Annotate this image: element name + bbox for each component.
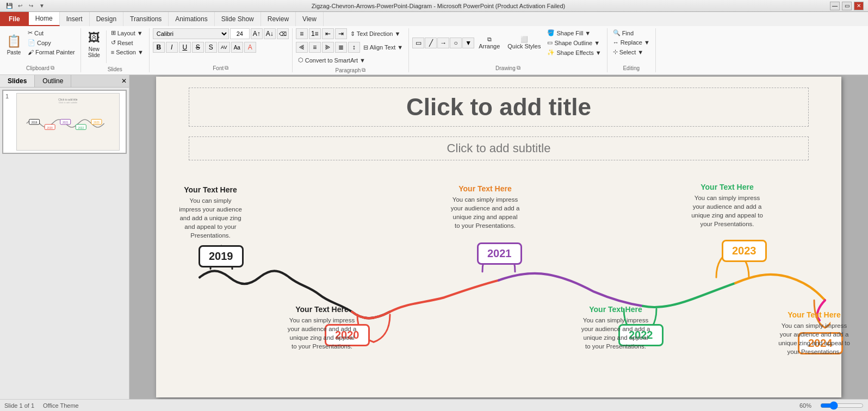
align-text-button[interactable]: ⊟ Align Text ▼ xyxy=(361,43,405,52)
slide-info: Slide 1 of 1 xyxy=(4,402,34,409)
drawing-expand-icon[interactable]: ⧉ xyxy=(517,65,520,71)
paragraph-group: ≡ 1≡ ⇤ ⇥ ⇕ Text Direction ▼ ⫷ ≡ ⫸ ≣ ↕ ⊟ … xyxy=(293,28,409,72)
font-spacing-button[interactable]: AV xyxy=(218,42,230,53)
shape-fill-button[interactable]: 🪣 Shape Fill ▼ xyxy=(545,28,603,38)
save-button[interactable]: 💾 xyxy=(4,1,14,11)
menu-design[interactable]: Design xyxy=(90,12,123,26)
more-shapes[interactable]: ▼ xyxy=(462,38,474,48)
customize-button[interactable]: ▼ xyxy=(37,1,47,11)
underline-button[interactable]: U xyxy=(179,42,191,53)
slides-content: 🖼 New Slide ⊞ Layout ▼ ↺ Reset ≡ Section… xyxy=(84,28,146,65)
text-direction-button[interactable]: ⇕ Text Direction ▼ xyxy=(348,29,403,39)
slide-thumbnail-1: Click to add title Click to add subtitle… xyxy=(16,93,120,151)
new-slide-label: New Slide xyxy=(88,46,100,58)
close-button[interactable]: ✕ xyxy=(854,2,864,10)
quick-styles-label: Quick Styles xyxy=(507,43,541,49)
section-button[interactable]: ≡ Section ▼ xyxy=(109,48,146,57)
redo-button[interactable]: ↪ xyxy=(26,1,36,11)
oval-shape[interactable]: ○ xyxy=(450,38,462,48)
select-icon: ⊹ xyxy=(613,48,618,55)
paste-icon: 📋 xyxy=(7,34,21,48)
reset-button[interactable]: ↺ Reset xyxy=(109,38,146,47)
cut-button[interactable]: ✂ Cut xyxy=(26,28,77,38)
slides-tab[interactable]: Slides xyxy=(0,75,35,87)
align-center-button[interactable]: ≡ xyxy=(309,42,321,53)
paste-button[interactable]: 📋 Paste xyxy=(3,28,24,61)
numbered-list-button[interactable]: 1≡ xyxy=(309,28,321,39)
align-left-button[interactable]: ⫷ xyxy=(296,42,308,53)
quick-access-toolbar[interactable]: 💾 ↩ ↪ ▼ xyxy=(4,1,47,11)
menu-animations[interactable]: Animations xyxy=(169,12,214,26)
replace-button[interactable]: ↔ Replace ▼ xyxy=(611,38,652,47)
main-area: Click to add title Click to add subtitle xyxy=(129,75,868,399)
decrease-font-button[interactable]: A↓ xyxy=(264,28,276,39)
reset-label: Reset xyxy=(117,40,133,46)
clear-format-button[interactable]: ⌫ xyxy=(277,28,289,39)
rect-shape[interactable]: ▭ xyxy=(412,38,424,48)
undo-button[interactable]: ↩ xyxy=(15,1,25,11)
file-menu[interactable]: File xyxy=(0,12,29,26)
align-right-button[interactable]: ⫸ xyxy=(322,42,334,53)
maximize-button[interactable]: ▭ xyxy=(842,2,852,10)
shadow-button[interactable]: S xyxy=(205,42,217,53)
increase-font-button[interactable]: A↑ xyxy=(251,28,263,39)
arrange-button[interactable]: ⧉ Arrange xyxy=(475,29,503,57)
clipboard-expand-icon[interactable]: ⧉ xyxy=(51,65,54,71)
font-label: Font ⧉ xyxy=(153,64,289,72)
slide-item-1[interactable]: 1 Click to add title Click to add subtit… xyxy=(2,90,127,154)
change-case-button[interactable]: Aa xyxy=(231,42,243,53)
font-family-select[interactable]: Calibri xyxy=(153,28,229,39)
shape-outline-button[interactable]: ▭ Shape Outline ▼ xyxy=(545,38,603,47)
layout-button[interactable]: ⊞ Layout ▼ xyxy=(109,28,146,38)
format-painter-button[interactable]: 🖌 Format Painter xyxy=(26,48,77,57)
line-shape[interactable]: ╱ xyxy=(425,38,437,48)
text-direction-label: Text Direction xyxy=(357,30,393,37)
indent-decrease-button[interactable]: ⇤ xyxy=(322,28,334,39)
select-button[interactable]: ⊹ Select ▼ xyxy=(611,47,652,57)
year-2021[interactable]: 2021 xyxy=(477,242,522,265)
shape-fill-icon: 🪣 xyxy=(547,29,555,36)
font-group: Calibri A↑ A↓ ⌫ B I U S S AV Aa A Font ⧉ xyxy=(150,28,293,72)
window-controls[interactable]: — ▭ ✕ xyxy=(830,2,864,10)
menu-home[interactable]: Home xyxy=(29,12,60,26)
bold-button[interactable]: B xyxy=(153,42,165,53)
select-label: Select xyxy=(619,49,636,55)
find-button[interactable]: 🔍 Find xyxy=(611,28,652,38)
italic-button[interactable]: I xyxy=(166,42,178,53)
menu-transitions[interactable]: Transitions xyxy=(123,12,169,26)
font-size-input[interactable] xyxy=(230,28,250,39)
copy-button[interactable]: 📄 Copy xyxy=(26,38,77,47)
outline-tab[interactable]: Outline xyxy=(35,75,71,87)
slide-tabs: Slides Outline ✕ xyxy=(0,75,129,88)
year-2019[interactable]: 2019 xyxy=(199,245,244,267)
subtitle-placeholder[interactable]: Click to add subtitle xyxy=(189,136,809,160)
new-slide-button[interactable]: 🖼 New Slide xyxy=(84,28,104,61)
zoom-slider[interactable] xyxy=(820,401,864,410)
menu-review[interactable]: Review xyxy=(261,12,296,26)
timeline-area: 2019 Your Text Here You can simply impre… xyxy=(167,180,830,392)
paragraph-expand-icon[interactable]: ⧉ xyxy=(362,67,365,73)
indent-increase-button[interactable]: ⇥ xyxy=(335,28,347,39)
arrow-shape[interactable]: → xyxy=(437,38,449,48)
section-label: Section xyxy=(116,49,136,55)
tab-spacer xyxy=(71,75,119,87)
shape-outline-label: Shape Outline xyxy=(554,40,592,46)
minimize-button[interactable]: — xyxy=(830,2,840,10)
menu-view[interactable]: View xyxy=(296,12,324,26)
justify-button[interactable]: ≣ xyxy=(335,42,347,53)
quick-styles-button[interactable]: ⬜ Quick Styles xyxy=(504,29,544,57)
font-expand-icon[interactable]: ⧉ xyxy=(225,65,228,71)
convert-smartart-button[interactable]: ⬡ Convert to SmartArt ▼ xyxy=(296,55,368,65)
smartart-icon: ⬡ xyxy=(298,57,303,64)
menu-slideshow[interactable]: Slide Show xyxy=(215,12,261,26)
menu-insert[interactable]: Insert xyxy=(60,12,90,26)
title-placeholder[interactable]: Click to add title xyxy=(189,88,809,127)
line-spacing-button[interactable]: ↕ xyxy=(348,42,360,53)
bullet-list-button[interactable]: ≡ xyxy=(296,28,308,39)
strikethrough-button[interactable]: S xyxy=(192,42,204,53)
year-2023[interactable]: 2023 xyxy=(722,240,767,262)
font-color-button[interactable]: A xyxy=(244,42,256,53)
find-label: Find xyxy=(622,30,634,36)
close-panel-button[interactable]: ✕ xyxy=(119,75,129,87)
shape-effects-button[interactable]: ✨ Shape Effects ▼ xyxy=(545,48,603,57)
